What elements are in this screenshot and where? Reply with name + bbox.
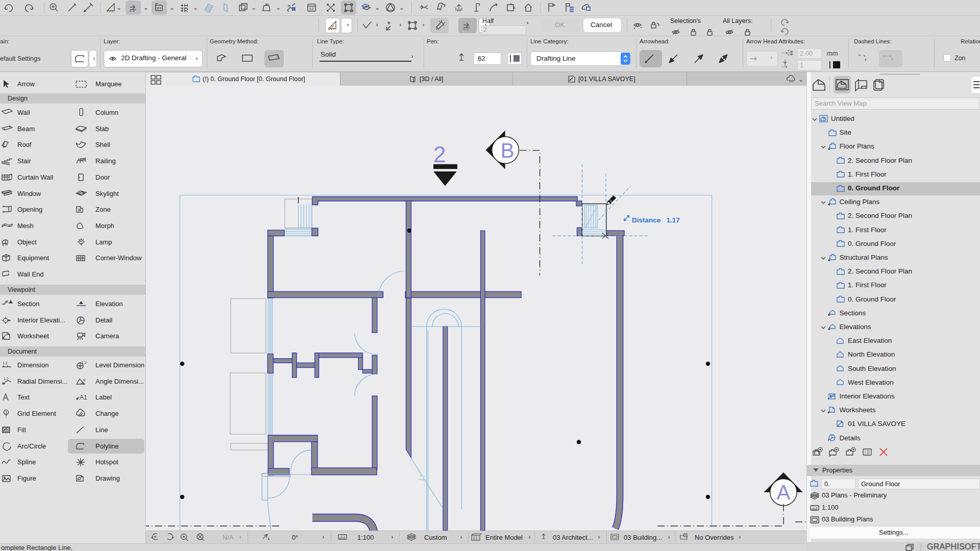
svg-text:Distance 1.17: Distance 1.17 (632, 216, 680, 224)
svg-text:A1: A1 (80, 394, 87, 401)
svg-text:1.2: 1.2 (82, 361, 87, 364)
svg-text:1.2: 1.2 (4, 377, 9, 381)
svg-text:XY: XY (157, 7, 162, 10)
svg-text:2: 2 (433, 142, 446, 167)
svg-text:A: A (777, 481, 791, 504)
svg-text:1: 1 (5, 410, 8, 415)
svg-text:1.2: 1.2 (3, 361, 8, 365)
svg-text:12: 12 (309, 7, 314, 11)
svg-text:α: α (83, 378, 86, 382)
svg-text:B: B (501, 139, 514, 162)
